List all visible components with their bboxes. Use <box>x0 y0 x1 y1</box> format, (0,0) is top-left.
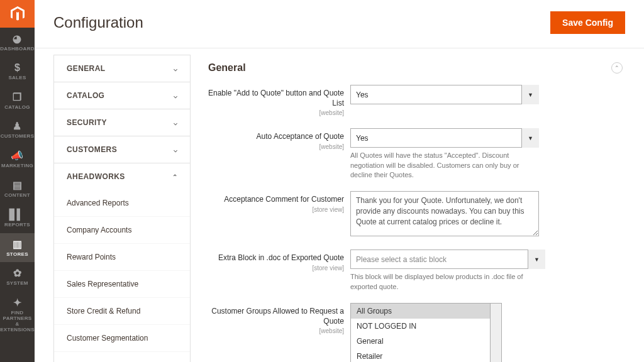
nav-customers[interactable]: ♟CUSTOMERS <box>0 115 35 145</box>
group-option[interactable]: All Groups <box>351 304 490 319</box>
chevron-down-icon: ⌵ <box>174 65 177 72</box>
nav-system[interactable]: ✿SYSTEM <box>0 262 35 292</box>
collapse-section-icon[interactable]: ⌃ <box>611 62 623 74</box>
scope-label: [website] <box>206 143 344 151</box>
tab-aheadworks[interactable]: AHEADWORKS⌃ <box>54 163 190 190</box>
field-note: All Quotes will have the status "Accepte… <box>350 151 539 180</box>
stores-icon: ▥ <box>13 238 22 250</box>
magento-logo-icon <box>11 6 25 21</box>
field-label: Acceptance Comment for Customer <box>224 195 344 204</box>
sub-sales-rep[interactable]: Sales Representative <box>54 271 190 298</box>
scope-label: [store view] <box>206 264 344 272</box>
chevron-down-icon: ⌵ <box>174 119 177 126</box>
sub-advanced-reviews[interactable]: Advanced Reviews <box>54 352 190 362</box>
accept-comment-textarea[interactable]: Thank you for your Quote. Unfortunately,… <box>350 191 539 236</box>
sub-reward-points[interactable]: Reward Points <box>54 244 190 271</box>
tab-catalog[interactable]: CATALOG⌵ <box>54 82 190 109</box>
page-title: Configuration <box>53 14 143 31</box>
field-extra-block: Extra Block in .doc of Exported Quote[st… <box>206 250 625 292</box>
nav-stores[interactable]: ▥STORES <box>0 233 35 263</box>
field-note: This block will be displayed below produ… <box>350 272 539 292</box>
group-option[interactable]: General <box>351 334 490 349</box>
chevron-down-icon: ⌵ <box>174 146 177 153</box>
gear-icon: ✿ <box>13 267 21 279</box>
section-title: General <box>208 62 246 74</box>
partners-icon: ✦ <box>13 297 21 309</box>
magento-logo[interactable] <box>0 0 35 28</box>
field-accept-comment: Acceptance Comment for Customer[store vi… <box>206 191 625 238</box>
field-auto-accept: Auto Acceptance of Quote[website] ▼ All … <box>206 128 625 180</box>
nav-marketing[interactable]: 📣MARKETING <box>0 145 35 174</box>
config-form: General ⌃ Enable "Add to Quote" button a… <box>206 55 625 362</box>
config-tabs: GENERAL⌵ CATALOG⌵ SECURITY⌵ CUSTOMERS⌵ A… <box>53 55 191 362</box>
nav-catalog[interactable]: ❒CATALOG <box>0 86 35 116</box>
cube-icon: ❒ <box>13 91 21 103</box>
group-option[interactable]: Retailer <box>351 349 490 362</box>
field-label: Extra Block in .doc of Exported Quote <box>218 253 344 262</box>
nav-content[interactable]: ▤CONTENT <box>0 174 35 204</box>
dollar-icon: $ <box>14 62 20 74</box>
sub-customer-segmentation[interactable]: Customer Segmentation <box>54 325 190 352</box>
sub-company-accounts[interactable]: Company Accounts <box>54 217 190 244</box>
auto-accept-select[interactable] <box>350 128 539 148</box>
chart-icon: ▋▍ <box>9 209 25 221</box>
nav-reports[interactable]: ▋▍REPORTS <box>0 204 35 233</box>
scope-label: [website] <box>206 109 344 117</box>
field-enable-quote: Enable "Add to Quote" button and Quote L… <box>206 85 625 117</box>
customer-groups-multiselect[interactable]: All Groups NOT LOGGED IN General Retaile… <box>350 303 491 362</box>
nav-partners[interactable]: ✦FIND PARTNERS & EXTENSIONS <box>0 292 35 337</box>
chevron-up-icon: ⌃ <box>172 173 177 180</box>
field-label: Customer Groups Allowed to Request a Quo… <box>211 307 344 326</box>
content-icon: ▤ <box>13 179 22 191</box>
chevron-down-icon: ⌵ <box>174 92 177 99</box>
group-option[interactable]: NOT LOGGED IN <box>351 319 490 334</box>
sub-advanced-reports[interactable]: Advanced Reports <box>54 190 190 217</box>
megaphone-icon: 📣 <box>11 150 23 162</box>
scope-label: [website] <box>206 327 344 335</box>
enable-quote-select[interactable] <box>350 85 539 104</box>
extra-block-select[interactable] <box>350 250 545 269</box>
save-config-button[interactable]: Save Config <box>550 11 625 34</box>
nav-sales[interactable]: $SALES <box>0 57 35 86</box>
sub-store-credit[interactable]: Store Credit & Refund <box>54 298 190 325</box>
field-customer-groups: Customer Groups Allowed to Request a Quo… <box>206 303 625 362</box>
dashboard-icon: ◕ <box>13 33 21 45</box>
tab-general[interactable]: GENERAL⌵ <box>54 55 190 82</box>
field-label: Auto Acceptance of Quote <box>257 132 344 141</box>
person-icon: ♟ <box>13 120 21 132</box>
tab-customers[interactable]: CUSTOMERS⌵ <box>54 136 190 163</box>
page-header: Configuration Save Config <box>35 0 644 48</box>
field-label: Enable "Add to Quote" button and Quote L… <box>208 89 344 107</box>
admin-sidebar: ◕DASHBOARD $SALES ❒CATALOG ♟CUSTOMERS 📣M… <box>0 0 35 362</box>
nav-dashboard[interactable]: ◕DASHBOARD <box>0 28 35 57</box>
scope-label: [store view] <box>206 206 344 214</box>
tab-security[interactable]: SECURITY⌵ <box>54 109 190 136</box>
multiselect-scrollbar[interactable]: ▼ <box>491 303 502 362</box>
